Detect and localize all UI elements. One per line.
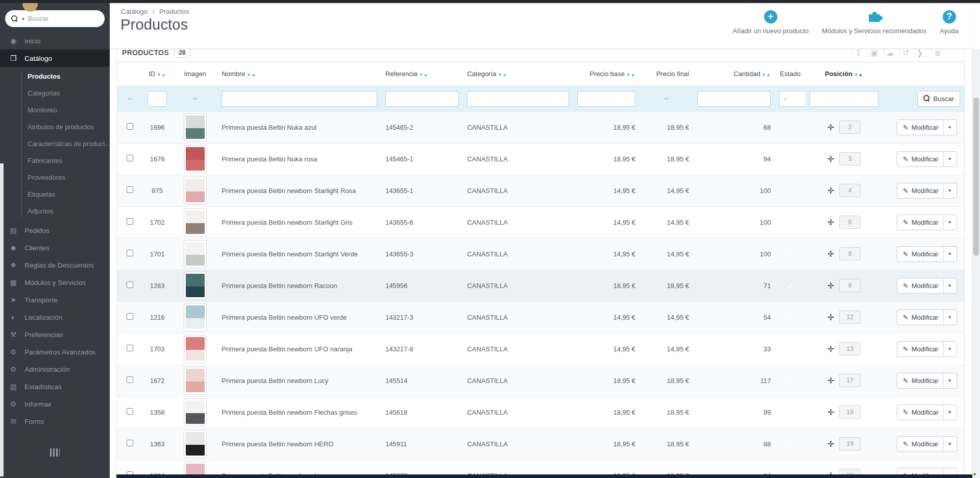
- modify-button[interactable]: ✎Modificar▾: [897, 404, 957, 420]
- sidebar-subitem-etiquetas[interactable]: Etiquetas: [0, 186, 110, 203]
- import-icon[interactable]: ☁: [884, 49, 896, 58]
- sort-asc-icon[interactable]: ▲: [502, 73, 507, 77]
- sort-arrows-icon[interactable]: ▼▲: [762, 73, 771, 77]
- sort-asc-icon[interactable]: ▲: [424, 73, 428, 77]
- scrollbar[interactable]: ▾: [972, 49, 980, 478]
- drag-move-icon[interactable]: ✛: [827, 218, 834, 227]
- column-header-cantidad[interactable]: Cantidad▼▲: [693, 62, 775, 86]
- sidebar-search[interactable]: ▾: [5, 10, 105, 27]
- status-check-icon[interactable]: ✓: [787, 218, 793, 226]
- scrollbar-down-arrow[interactable]: ▾: [973, 471, 976, 477]
- sort-desc-icon[interactable]: ▼: [247, 73, 252, 77]
- modify-dropdown-caret[interactable]: ▾: [943, 342, 951, 356]
- product-name[interactable]: Primera puesta Beltin newborn Starlight …: [217, 175, 381, 206]
- modify-dropdown-caret[interactable]: ▾: [943, 215, 951, 230]
- sidebar-item-modulos-y-servicios[interactable]: ▦Módulos y Servicios: [0, 274, 110, 291]
- status-check-icon[interactable]: ✓: [787, 408, 793, 416]
- product-checkbox[interactable]: [127, 218, 133, 225]
- modify-button[interactable]: ✎Modificar▾: [897, 183, 957, 199]
- drag-move-icon[interactable]: ✛: [827, 408, 834, 417]
- product-checkbox[interactable]: [127, 376, 133, 383]
- product-name[interactable]: Primera puesta Beltin newborn Racoon: [217, 270, 381, 301]
- modify-dropdown-caret[interactable]: ▾: [943, 152, 951, 166]
- sidebar-item-reglas-de-descuentos[interactable]: ❖Reglas de Descuentos: [0, 256, 110, 274]
- filter-input-categoria[interactable]: [467, 91, 569, 107]
- product-name[interactable]: Primera puesta Beltin newborn UFO verde: [217, 301, 381, 333]
- drag-move-icon[interactable]: ✛: [827, 186, 834, 196]
- search-input[interactable]: [28, 15, 99, 22]
- sidebar-subitem-atributos-de-productos[interactable]: Atributos de productos: [0, 118, 110, 135]
- drag-move-icon[interactable]: ✛: [827, 439, 834, 449]
- status-check-icon[interactable]: ✓: [787, 313, 793, 321]
- modify-button[interactable]: ✎Modificar▾: [897, 246, 957, 262]
- sidebar-subitem-fabricantes[interactable]: Fabricantes: [0, 152, 110, 169]
- sort-desc-icon[interactable]: ▼: [854, 73, 859, 77]
- export-icon[interactable]: ↧: [852, 49, 865, 58]
- product-checkbox[interactable]: [127, 123, 133, 130]
- sql-query-icon[interactable]: ≣: [931, 49, 944, 58]
- status-check-icon[interactable]: ✓: [787, 376, 793, 385]
- product-checkbox[interactable]: [127, 313, 133, 320]
- modify-dropdown-caret[interactable]: ▾: [943, 405, 951, 420]
- filter-input-nombre[interactable]: [222, 91, 377, 107]
- sort-asc-icon[interactable]: ▲: [252, 73, 256, 77]
- modify-dropdown-caret[interactable]: ▾: [943, 247, 951, 261]
- filter-input-referencia[interactable]: [385, 91, 459, 107]
- sort-arrows-icon[interactable]: ▼▲: [247, 73, 256, 77]
- product-name[interactable]: Primera puesta Beltin newborn Lucy: [217, 365, 381, 396]
- sidebar-item-forms[interactable]: ✉Forms: [0, 413, 110, 430]
- product-name[interactable]: Primera puesta Beltin newborn Flechas gr…: [217, 396, 381, 428]
- product-name[interactable]: Primera puesta Beltin newborn Starlight …: [217, 238, 381, 270]
- product-checkbox[interactable]: [127, 408, 133, 415]
- modify-dropdown-caret[interactable]: ▾: [943, 310, 951, 325]
- status-check-icon[interactable]: ✓: [787, 345, 793, 353]
- modify-dropdown-caret[interactable]: ▾: [943, 278, 951, 293]
- product-thumbnail[interactable]: [184, 208, 207, 236]
- product-name[interactable]: Primera puesta Beltin Nuka azul: [217, 111, 381, 143]
- sort-arrows-icon[interactable]: ▼▲: [157, 73, 166, 77]
- sidebar-subitem-adjuntos[interactable]: Adjuntos: [0, 203, 110, 220]
- sidebar-subitem-proveedores[interactable]: Proveedores: [0, 169, 110, 186]
- sort-desc-icon[interactable]: ▼: [762, 73, 766, 77]
- product-name[interactable]: Primera puesta Beltin Nuka rosa: [217, 143, 381, 175]
- drag-move-icon[interactable]: ✛: [827, 344, 834, 354]
- position-input[interactable]: [839, 342, 861, 355]
- drag-move-icon[interactable]: ✛: [827, 281, 834, 291]
- status-check-icon[interactable]: ✓: [787, 440, 793, 448]
- sort-desc-icon[interactable]: ▼: [419, 73, 424, 77]
- product-checkbox[interactable]: [127, 186, 133, 193]
- filter-input-precio-base[interactable]: [577, 91, 635, 107]
- column-header-posicion[interactable]: Posición▼▲: [805, 62, 882, 86]
- product-checkbox[interactable]: [127, 440, 133, 446]
- sort-desc-icon[interactable]: ▼: [498, 73, 502, 77]
- position-input[interactable]: [839, 279, 861, 292]
- product-thumbnail[interactable]: [184, 430, 207, 458]
- modify-button[interactable]: ✎Modificar▾: [897, 436, 957, 452]
- sort-asc-icon[interactable]: ▲: [766, 73, 771, 77]
- modify-button[interactable]: ✎Modificar▾: [897, 214, 957, 230]
- console-icon[interactable]: ❯_: [915, 49, 928, 58]
- sidebar-item-transporte[interactable]: ➤Transporte: [0, 291, 110, 308]
- sidebar-item-estadisticas[interactable]: ▥Estadísticas: [0, 378, 110, 395]
- modify-button[interactable]: ✎Modificar▾: [897, 119, 957, 135]
- modify-button[interactable]: ✎Modificar▾: [897, 151, 957, 167]
- sidebar-item-informax[interactable]: ⚙Informax: [0, 395, 110, 413]
- product-thumbnail[interactable]: [184, 335, 207, 363]
- position-input[interactable]: [839, 437, 861, 450]
- drag-move-icon[interactable]: ✛: [827, 376, 834, 386]
- product-checkbox[interactable]: [127, 250, 133, 256]
- breadcrumb-parent[interactable]: Catálogo: [121, 8, 148, 15]
- drag-move-icon[interactable]: ✛: [827, 313, 834, 322]
- ayuda-button[interactable]: ?Ayuda: [940, 10, 959, 35]
- sidebar-item-clientes[interactable]: ☻Clientes: [0, 239, 110, 256]
- modify-dropdown-caret[interactable]: ▾: [943, 437, 951, 451]
- modify-button[interactable]: ✎Modificar▾: [897, 341, 957, 357]
- product-thumbnail[interactable]: [184, 113, 207, 141]
- sidebar-item-catalogo[interactable]: ❒Catálogo: [0, 50, 110, 67]
- filter-input-cantidad[interactable]: [697, 91, 771, 107]
- status-check-icon[interactable]: ✓: [787, 155, 793, 163]
- filter-input-posicion[interactable]: [810, 91, 878, 107]
- sort-asc-icon[interactable]: ▲: [631, 73, 635, 77]
- modify-button[interactable]: ✎Modificar▾: [897, 309, 957, 325]
- sort-arrows-icon[interactable]: ▼▲: [419, 73, 428, 77]
